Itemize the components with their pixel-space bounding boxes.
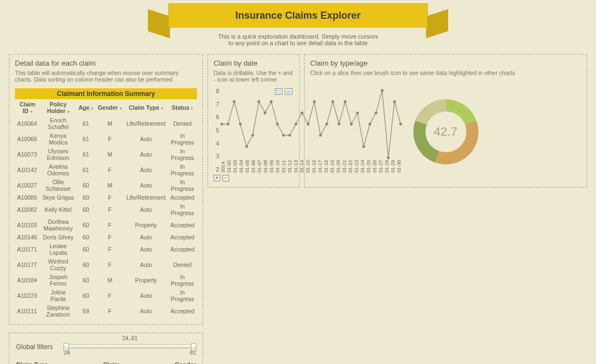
svg-line-4 [247, 135, 253, 146]
table-row[interactable]: A10080Skye Grigas60FLife/RetirementAccep… [15, 193, 197, 202]
panel-global-filters: Global filters 24..61 24 61 Claim Type [9, 333, 203, 364]
svg-line-21 [352, 113, 358, 124]
svg-point-47 [332, 100, 334, 103]
svg-point-57 [393, 100, 396, 103]
age-slider[interactable]: 24..61 24 61 [64, 338, 196, 356]
svg-point-36 [264, 111, 267, 114]
filter-gender: Gender MF [175, 361, 196, 364]
svg-point-58 [400, 123, 402, 126]
svg-line-11 [290, 124, 296, 135]
filters-title: Global filters [16, 343, 53, 351]
svg-line-7 [265, 101, 271, 113]
table-row[interactable]: A10103Dorthea Mawhinney60FPropertyAccept… [15, 217, 197, 233]
svg-line-9 [278, 124, 284, 135]
column-header[interactable]: Claim ID▾ [15, 99, 40, 116]
svg-point-43 [307, 123, 310, 126]
table-row[interactable]: A10073Ulysses Edmison61MAutoIn Progress [15, 147, 197, 162]
drill-minus-icon[interactable]: − [222, 175, 229, 181]
table-row[interactable]: A10082Kelly Kittel60FAutoIn Progress [15, 202, 197, 217]
claims-table: Claim ID▾Policy Holder▾Age▾Gender▾Claim … [15, 99, 197, 319]
table-row[interactable]: A10066Kenya Modica61FAutoIn Progress [15, 131, 197, 147]
table-row[interactable]: A10027Ollie Schiesser60MAutoIn Progress [15, 178, 197, 193]
column-header[interactable]: Claim Type▾ [124, 99, 168, 116]
column-header[interactable]: Gender▾ [95, 99, 124, 116]
donut-chart[interactable]: 42.7 [413, 99, 478, 164]
restore-icon[interactable]: ▭ [285, 88, 292, 95]
table-row[interactable]: A10142Avelina Odomes61FAutoIn Progress [15, 162, 197, 178]
panel-sub: This table will automatically change whe… [15, 69, 197, 84]
svg-point-54 [375, 111, 377, 114]
panel-detail-table: Detail data for each claim This table wi… [9, 54, 203, 325]
svg-point-41 [295, 123, 297, 126]
svg-point-29 [221, 123, 223, 126]
svg-line-20 [345, 101, 351, 124]
table-banner: Claimant Information Summary [15, 88, 197, 99]
svg-line-6 [259, 101, 265, 113]
svg-point-39 [282, 134, 285, 137]
svg-point-49 [344, 100, 347, 103]
svg-point-45 [319, 134, 322, 137]
svg-line-13 [302, 113, 308, 124]
page-title: Insurance Claims Explorer [235, 10, 360, 22]
title-banner: Insurance Claims Explorer [0, 3, 596, 30]
panel-title: Claim by date [214, 59, 294, 67]
svg-point-40 [288, 134, 291, 137]
drill-plus-icon[interactable]: + [214, 175, 220, 181]
svg-line-12 [296, 113, 302, 124]
svg-line-24 [370, 113, 376, 124]
svg-point-44 [313, 100, 316, 103]
svg-point-32 [239, 123, 242, 126]
filter-claim-type: Claim Type AutoBusiness/OtherLife/Retire… [16, 361, 65, 364]
table-row[interactable]: A10146Doris Silvey60FAutoAccepted [15, 233, 197, 242]
svg-point-37 [270, 100, 273, 103]
table-row[interactable]: A10171Leslee Lopata60FAutoAccepted [15, 242, 197, 257]
svg-point-53 [369, 123, 371, 126]
line-chart[interactable] [220, 88, 402, 160]
svg-line-1 [228, 101, 234, 124]
svg-line-2 [234, 101, 240, 124]
table-row[interactable]: A10177Winfred Cozzy60FAutoDenied [15, 257, 197, 272]
svg-point-31 [233, 100, 236, 103]
svg-point-33 [245, 145, 248, 148]
line-chart-area[interactable]: ⛶ ▭ 8765432 201401-0201-0301-0401-0501-0… [214, 88, 294, 181]
svg-line-25 [376, 90, 382, 113]
svg-line-17 [327, 101, 333, 124]
column-header[interactable]: Policy Holder▾ [40, 99, 77, 116]
svg-point-30 [227, 123, 230, 126]
slider-handle-max[interactable] [191, 343, 196, 352]
svg-point-55 [381, 89, 384, 92]
svg-line-26 [382, 90, 388, 158]
svg-line-8 [271, 101, 277, 124]
svg-line-23 [364, 124, 370, 147]
svg-line-22 [358, 113, 364, 147]
slider-handle-min[interactable] [63, 343, 69, 352]
slider-track[interactable] [64, 344, 196, 349]
panel-title: Detail data for each claim [15, 59, 197, 67]
svg-line-14 [308, 101, 314, 124]
table-row[interactable]: A10184Jospeh Fermo60MPropertyIn Progress [15, 272, 197, 288]
title-ribbon: Insurance Claims Explorer [168, 3, 428, 28]
svg-point-42 [301, 111, 304, 114]
table-row[interactable]: A10064Enoch Schaffel61MLife/RetirementDe… [15, 116, 197, 131]
panel-sub: Data is drillable. Use the + and - icon … [214, 69, 294, 84]
svg-point-46 [325, 123, 328, 126]
table-row[interactable]: A10111Stephine Zavatson59FAutoAccepted [15, 303, 197, 319]
svg-point-38 [276, 123, 279, 126]
filter-claim-status: Claim Status AcceptedDeniedIn Progress [103, 361, 136, 364]
svg-point-51 [356, 111, 359, 114]
svg-line-16 [321, 124, 327, 135]
panel-claim-by-date: Claim by date Data is drillable. Use the… [207, 54, 300, 188]
column-header[interactable]: Status▾ [168, 99, 197, 116]
panel-title: Claim by type/age [310, 59, 581, 67]
svg-line-5 [253, 101, 259, 135]
svg-line-3 [241, 124, 247, 147]
svg-point-56 [387, 157, 390, 159]
svg-point-35 [258, 100, 260, 103]
column-header[interactable]: Age▾ [76, 99, 95, 116]
x-axis: 201401-0201-0301-0401-0501-0601-0701-080… [214, 160, 294, 173]
table-row[interactable]: A10223Joline Parda60FAutoIn Progress [15, 288, 197, 303]
subtitle: This is a quick exploration dashboard. S… [0, 33, 596, 46]
svg-point-50 [350, 123, 353, 126]
maximize-icon[interactable]: ⛶ [275, 88, 283, 95]
svg-line-28 [395, 101, 401, 124]
